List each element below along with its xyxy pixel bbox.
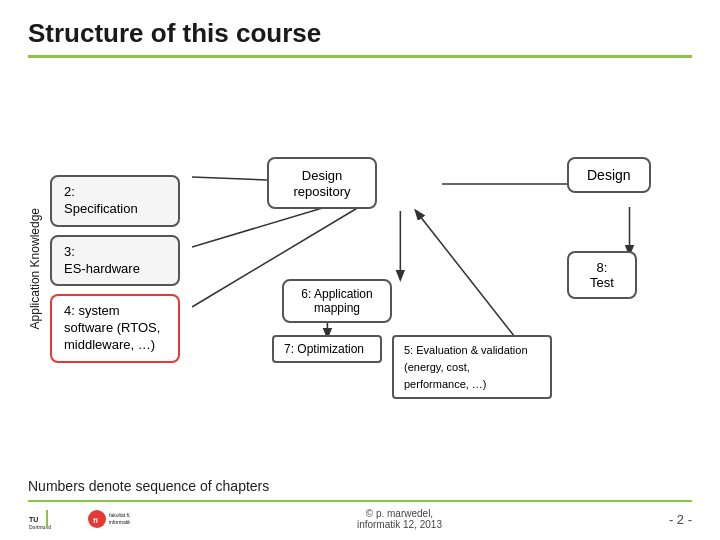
test-box: 8: Test [567, 251, 637, 299]
footer: TU Dortmund fi fakultät für informatik ©… [28, 500, 692, 530]
svg-text:informatik: informatik [109, 519, 130, 525]
svg-line-7 [416, 211, 515, 337]
system-software-box: 4: system software (RTOS, middleware, …) [50, 294, 180, 363]
app-mapping-box: 6: Application mapping [282, 279, 392, 323]
svg-text:TU: TU [29, 516, 38, 523]
design-repo-box: Design repository [267, 157, 377, 209]
fi-logo: fi fakultät für informatik [86, 508, 130, 530]
spec-box: 2: Specification [50, 175, 180, 227]
slide-title: Structure of this course [28, 18, 321, 48]
center-right-area: Design repository Design 8: Test 6: Appl… [192, 139, 692, 399]
title-area: Structure of this course [28, 18, 692, 58]
svg-text:fi: fi [93, 516, 98, 525]
app-knowledge-label: Application Knowledge [28, 208, 42, 329]
tu-logo: TU Dortmund [28, 508, 78, 530]
left-column: 2: Specification 3: ES-hardware 4: syste… [50, 175, 180, 363]
design-box: Design [567, 157, 651, 193]
es-hardware-box: 3: ES-hardware [50, 235, 180, 287]
footer-left: TU Dortmund fi fakultät für informatik [28, 508, 130, 530]
diagram-wrapper: Application Knowledge 2: Specification 3… [28, 68, 692, 470]
footer-copyright: © p. marwedel, informatik 12, 2013 [357, 508, 442, 530]
slide: Structure of this course Application Kno… [0, 0, 720, 540]
footnote: Numbers denote sequence of chapters [28, 478, 692, 494]
footer-page: - 2 - [669, 512, 692, 527]
evaluation-box: 5: Evaluation & validation (energy, cost… [392, 335, 552, 399]
svg-rect-11 [46, 510, 48, 528]
optimization-box: 7: Optimization [272, 335, 382, 363]
svg-text:fakultät für: fakultät für [109, 512, 130, 518]
